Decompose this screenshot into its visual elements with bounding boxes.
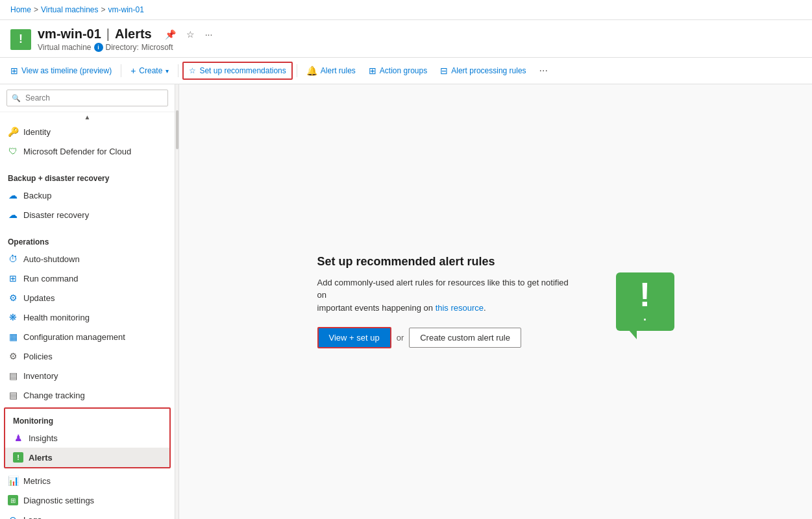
setup-recommendations-button[interactable]: ☆ Set up recommendations xyxy=(182,62,292,80)
header-icon-buttons: 📌 ☆ ··· xyxy=(162,28,215,41)
sidebar-item-updates[interactable]: ⚙ Updates xyxy=(0,288,175,308)
create-custom-rule-button[interactable]: Create custom alert rule xyxy=(409,328,521,348)
health-monitoring-label: Health monitoring xyxy=(23,313,90,322)
toolbar-more-button[interactable]: ··· xyxy=(534,62,553,80)
create-icon: + xyxy=(130,66,136,76)
desc-part2: important events happening on xyxy=(317,303,434,313)
alert-processing-icon: ⊟ xyxy=(440,66,448,76)
view-timeline-button[interactable]: ⊞ View as timeline (preview) xyxy=(5,62,117,79)
sidebar-item-logs[interactable]: ⊙ Logs xyxy=(0,510,175,519)
logs-label: Logs xyxy=(23,515,42,520)
sidebar-item-inventory[interactable]: ▤ Inventory xyxy=(0,366,175,385)
inventory-label: Inventory xyxy=(23,371,58,381)
favorite-button[interactable]: ☆ xyxy=(184,28,197,41)
page-name: Alerts xyxy=(115,27,152,42)
main-layout: ▲ 🔑 Identity 🛡 Microsoft Defender for Cl… xyxy=(0,84,812,519)
sidebar-item-alerts[interactable]: ! Alerts xyxy=(5,448,169,467)
sidebar-item-backup[interactable]: ☁ Backup xyxy=(0,186,175,205)
logs-icon: ⊙ xyxy=(8,514,18,519)
alert-rules-label: Alert rules xyxy=(321,66,356,75)
scrollbar-thumb[interactable] xyxy=(176,110,178,149)
alert-rules-button[interactable]: 🔔 Alert rules xyxy=(301,62,361,79)
sidebar-item-disaster-recovery[interactable]: ☁ Disaster recovery xyxy=(0,205,175,224)
breadcrumb-home[interactable]: Home xyxy=(10,5,31,14)
create-chevron: ▾ xyxy=(166,67,169,75)
section-monitoring: Monitoring xyxy=(5,409,169,428)
identity-label: Identity xyxy=(23,127,51,137)
alert-rules-icon: 🔔 xyxy=(306,66,317,76)
sidebar-item-diagnostic-settings[interactable]: ⊞ Diagnostic settings xyxy=(0,490,175,510)
updates-icon: ⚙ xyxy=(8,293,18,303)
run-command-label: Run command xyxy=(23,274,79,284)
more-button[interactable]: ··· xyxy=(203,28,215,41)
empty-state-title: Set up recommended alert rules xyxy=(317,255,577,269)
auto-shutdown-label: Auto-shutdown xyxy=(23,254,80,264)
breadcrumb-sep2: > xyxy=(101,5,106,14)
defender-icon: 🛡 xyxy=(8,146,18,156)
icon-dot: · xyxy=(643,314,646,326)
change-tracking-label: Change tracking xyxy=(23,391,85,400)
section-operations: Operations xyxy=(0,230,175,249)
action-groups-label: Action groups xyxy=(380,66,427,75)
breadcrumb-current: vm-win-01 xyxy=(108,5,144,14)
monitoring-section: Monitoring ♟ Insights ! Alerts xyxy=(4,407,171,468)
backup-label: Backup xyxy=(23,191,51,200)
toolbar-sep3 xyxy=(297,64,297,77)
change-tracking-icon: ▤ xyxy=(8,390,18,400)
desc-end: . xyxy=(484,303,486,313)
search-input[interactable] xyxy=(6,90,168,106)
search-wrap xyxy=(6,90,168,106)
view-timeline-icon: ⊞ xyxy=(10,66,18,76)
sidebar-item-auto-shutdown[interactable]: ⏱ Auto-shutdown xyxy=(0,249,175,269)
star-icon: ☆ xyxy=(189,66,196,75)
empty-state: Set up recommended alert rules Add commo… xyxy=(304,242,687,362)
main-content: Set up recommended alert rules Add commo… xyxy=(179,84,812,519)
sidebar: ▲ 🔑 Identity 🛡 Microsoft Defender for Cl… xyxy=(0,84,175,519)
sidebar-item-run-command[interactable]: ⊞ Run command xyxy=(0,269,175,288)
desc-link[interactable]: this resource xyxy=(436,303,484,313)
empty-state-description: Add commonly-used alert rules for resour… xyxy=(317,276,577,315)
alert-processing-rules-button[interactable]: ⊟ Alert processing rules xyxy=(435,62,531,79)
empty-state-actions: View + set up or Create custom alert rul… xyxy=(317,327,577,348)
defender-label: Microsoft Defender for Cloud xyxy=(23,147,131,156)
toolbar: ⊞ View as timeline (preview) + Create ▾ … xyxy=(0,58,812,84)
health-monitoring-icon: ❋ xyxy=(8,312,18,322)
scroll-up-indicator[interactable]: ▲ xyxy=(0,112,175,122)
header-subtitle: Virtual machine i Directory: Microsoft xyxy=(38,43,215,52)
auto-shutdown-icon: ⏱ xyxy=(8,254,18,264)
view-setup-button[interactable]: View + set up xyxy=(317,327,391,348)
create-label: Create xyxy=(139,66,162,75)
create-button[interactable]: + Create ▾ xyxy=(125,62,174,79)
sidebar-item-health-monitoring[interactable]: ❋ Health monitoring xyxy=(0,308,175,327)
pin-button[interactable]: 📌 xyxy=(162,28,178,41)
action-groups-button[interactable]: ⊞ Action groups xyxy=(363,62,432,79)
alert-illustration: ! · xyxy=(616,272,674,331)
subtitle-type: Virtual machine xyxy=(38,43,92,52)
alerts-icon: ! xyxy=(13,452,23,463)
sidebar-item-insights[interactable]: ♟ Insights xyxy=(5,428,169,448)
sidebar-item-config-management[interactable]: ▦ Configuration management xyxy=(0,327,175,346)
exclamation-mark: ! xyxy=(639,278,650,311)
header-title-block: vm-win-01 | Alerts 📌 ☆ ··· Virtual machi… xyxy=(38,27,215,52)
sidebar-item-metrics[interactable]: 📊 Metrics xyxy=(0,471,175,490)
info-icon[interactable]: i xyxy=(94,43,103,52)
breadcrumb-vms[interactable]: Virtual machines xyxy=(41,5,99,14)
header-title-main: vm-win-01 | Alerts 📌 ☆ ··· xyxy=(38,27,215,42)
inventory-icon: ▤ xyxy=(8,370,18,381)
sidebar-item-policies[interactable]: ⚙ Policies xyxy=(0,346,175,366)
insights-label: Insights xyxy=(29,433,58,443)
sidebar-item-change-tracking[interactable]: ▤ Change tracking xyxy=(0,385,175,405)
or-text: or xyxy=(397,333,404,343)
section-backup: Backup + disaster recovery xyxy=(0,166,175,186)
metrics-label: Metrics xyxy=(23,476,51,486)
metrics-icon: 📊 xyxy=(8,476,18,486)
subtitle-directory-value: Microsoft xyxy=(141,43,173,52)
alert-tail xyxy=(629,330,637,339)
policies-icon: ⚙ xyxy=(8,351,18,361)
sidebar-item-identity[interactable]: 🔑 Identity xyxy=(0,122,175,141)
page-header: ! vm-win-01 | Alerts 📌 ☆ ··· Virtual mac… xyxy=(0,20,812,58)
sidebar-item-defender[interactable]: 🛡 Microsoft Defender for Cloud xyxy=(0,141,175,161)
backup-icon: ☁ xyxy=(8,190,18,200)
run-command-icon: ⊞ xyxy=(8,273,18,284)
updates-label: Updates xyxy=(23,293,55,303)
